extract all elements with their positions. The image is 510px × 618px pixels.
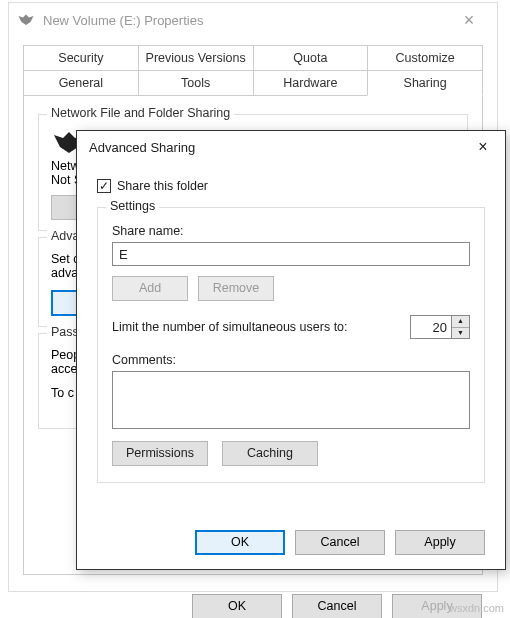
tab-customize[interactable]: Customize bbox=[367, 45, 483, 71]
advanced-dialog-buttons: OK Cancel Apply bbox=[195, 530, 485, 555]
add-button[interactable]: Add bbox=[112, 276, 188, 301]
advanced-body: ✓ Share this folder Settings Share name:… bbox=[77, 163, 505, 493]
tab-hardware[interactable]: Hardware bbox=[253, 71, 369, 96]
comments-label: Comments: bbox=[112, 353, 470, 367]
limit-value: 20 bbox=[433, 320, 447, 335]
properties-buttons: OK Cancel Apply bbox=[192, 594, 482, 618]
share-name-input[interactable]: E bbox=[112, 242, 470, 266]
limit-spinner[interactable]: 20 ▲ ▼ bbox=[410, 315, 470, 339]
ok-button[interactable]: OK bbox=[192, 594, 282, 618]
spin-down-icon[interactable]: ▼ bbox=[452, 328, 469, 339]
close-icon[interactable]: × bbox=[461, 131, 505, 163]
tab-sharing[interactable]: Sharing bbox=[367, 71, 483, 96]
limit-input[interactable]: 20 bbox=[410, 315, 452, 339]
properties-titlebar: New Volume (E:) Properties × bbox=[9, 3, 497, 37]
limit-row: Limit the number of simultaneous users t… bbox=[112, 315, 470, 339]
limit-label: Limit the number of simultaneous users t… bbox=[112, 320, 400, 334]
share-name-value: E bbox=[119, 247, 128, 262]
close-icon[interactable]: × bbox=[449, 10, 489, 31]
settings-legend: Settings bbox=[106, 199, 159, 213]
bat-icon bbox=[17, 13, 35, 27]
cancel-button[interactable]: Cancel bbox=[295, 530, 385, 555]
spin-up-icon[interactable]: ▲ bbox=[452, 316, 469, 328]
caching-button[interactable]: Caching bbox=[222, 441, 318, 466]
spinner-buttons: ▲ ▼ bbox=[452, 315, 470, 339]
tab-previous-versions[interactable]: Previous Versions bbox=[138, 45, 254, 71]
share-name-label: Share name: bbox=[112, 224, 470, 238]
tab-quota[interactable]: Quota bbox=[253, 45, 369, 71]
advanced-titlebar: Advanced Sharing × bbox=[77, 131, 505, 163]
permissions-button[interactable]: Permissions bbox=[112, 441, 208, 466]
tab-general[interactable]: General bbox=[23, 71, 139, 96]
comments-input[interactable] bbox=[112, 371, 470, 429]
remove-button[interactable]: Remove bbox=[198, 276, 274, 301]
permissions-caching-row: Permissions Caching bbox=[112, 441, 470, 466]
advanced-title: Advanced Sharing bbox=[89, 140, 461, 155]
group-legend: Network File and Folder Sharing bbox=[47, 106, 234, 120]
ok-button[interactable]: OK bbox=[195, 530, 285, 555]
checkbox-checked-icon[interactable]: ✓ bbox=[97, 179, 111, 193]
cancel-button[interactable]: Cancel bbox=[292, 594, 382, 618]
apply-button[interactable]: Apply bbox=[395, 530, 485, 555]
tab-security[interactable]: Security bbox=[23, 45, 139, 71]
share-folder-checkbox-row[interactable]: ✓ Share this folder bbox=[97, 179, 485, 193]
advanced-sharing-dialog: Advanced Sharing × ✓ Share this folder S… bbox=[76, 130, 506, 570]
properties-title: New Volume (E:) Properties bbox=[43, 13, 449, 28]
add-remove-row: Add Remove bbox=[112, 276, 470, 301]
settings-group: Settings Share name: E Add Remove Limit … bbox=[97, 207, 485, 483]
tab-tools[interactable]: Tools bbox=[138, 71, 254, 96]
share-folder-label: Share this folder bbox=[117, 179, 208, 193]
watermark: wsxdn.com bbox=[449, 602, 504, 614]
